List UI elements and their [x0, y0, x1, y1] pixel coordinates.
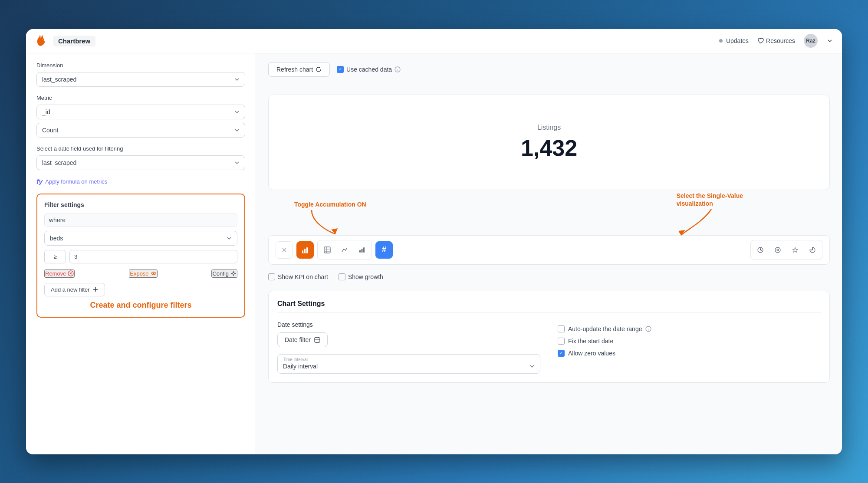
svg-rect-21 [315, 338, 320, 342]
svg-text:i: i [397, 68, 398, 72]
refresh-chart-button[interactable]: Refresh chart [268, 62, 330, 77]
dimension-group: Dimension last_scraped [36, 62, 245, 87]
time-interval-label: Time interval [278, 355, 540, 363]
viz-clock-button[interactable] [753, 242, 768, 258]
chart-settings-title: Chart Settings [277, 300, 821, 312]
date-field-group: Select a date field used for filtering l… [36, 145, 245, 170]
date-field-select[interactable]: last_scraped [36, 155, 245, 170]
main-content: Dimension last_scraped Metric _id Count … [26, 53, 842, 454]
clear-icon [281, 246, 288, 253]
viz-vertical-bar-button[interactable] [354, 242, 370, 258]
metric-group: Metric _id Count [36, 95, 245, 138]
select-single-value-label: Select the Single-Value visualization [677, 192, 743, 207]
date-filter-button[interactable]: Date filter [277, 332, 328, 347]
auto-update-checkbox [558, 325, 565, 332]
left-panel: Dimension last_scraped Metric _id Count … [26, 53, 256, 454]
eye-icon [151, 270, 157, 276]
updates-dot [719, 39, 723, 43]
viz-group-right [750, 240, 822, 260]
chevron-down-icon [529, 364, 535, 369]
logo-icon [35, 34, 49, 48]
viz-group-table [317, 240, 372, 260]
metric-label: Metric [36, 95, 245, 101]
viz-clear-button[interactable] [276, 241, 293, 259]
svg-rect-15 [359, 250, 361, 253]
svg-text:i: i [648, 328, 649, 332]
use-cache-toggle[interactable]: ✓ Use cached data i [337, 66, 401, 73]
dimension-select[interactable]: last_scraped [36, 72, 245, 87]
plus-icon [92, 286, 99, 292]
svg-point-19 [775, 247, 780, 253]
resources-link[interactable]: Resources [757, 37, 795, 44]
metric-id-select[interactable]: _id [36, 105, 245, 119]
viz-table-button[interactable] [319, 242, 335, 258]
allow-zero-checkbox: ✓ [558, 350, 565, 357]
svg-rect-8 [302, 250, 303, 253]
filter-settings-title: Filter settings [44, 201, 237, 208]
pie-icon [809, 246, 816, 253]
viz-star-button[interactable] [787, 242, 803, 258]
bar-chart-icon [301, 246, 309, 254]
time-interval-select[interactable]: Time interval Daily interval [277, 354, 540, 374]
top-bar: Chartbrew Updates Resources Raz [26, 29, 842, 53]
gauge-icon [774, 246, 781, 253]
expose-button[interactable]: Expose [129, 269, 157, 278]
viz-line-button[interactable] [337, 242, 352, 258]
time-interval-value: Daily interval [283, 363, 318, 370]
table-icon [324, 246, 331, 253]
show-growth-checkbox-box [339, 273, 345, 280]
viz-gauge-button[interactable] [770, 242, 786, 258]
star-icon [792, 246, 799, 253]
config-button[interactable]: Config [211, 269, 237, 278]
right-top-controls: Refresh chart ✓ Use cached data i [268, 62, 830, 84]
create-filters-label: Create and configure filters [44, 301, 237, 310]
top-bar-right: Updates Resources Raz [719, 34, 833, 48]
annotation-single-value: Select the Single-Value visualization [677, 192, 743, 240]
toggle-accumulation-label: Toggle Accumulation ON [294, 201, 366, 208]
gear-icon [230, 270, 237, 276]
chart-display: Listings 1,432 [268, 95, 830, 190]
viz-pie-button[interactable] [805, 242, 820, 258]
show-kpi-checkbox[interactable]: Show KPI on chart [268, 273, 328, 280]
viz-bar-chart-button[interactable] [296, 241, 314, 259]
svg-point-2 [153, 273, 154, 274]
chart-settings-section: Chart Settings Date settings Date filter [268, 291, 830, 383]
metric-count-select[interactable]: Count [36, 123, 245, 138]
auto-update-info-icon: i [645, 326, 651, 332]
user-avatar[interactable]: Raz [804, 34, 818, 48]
filter-value-input[interactable] [69, 250, 237, 263]
svg-rect-16 [362, 249, 363, 253]
viz-single-value-button[interactable]: # [375, 241, 393, 259]
add-filter-button[interactable]: Add a new filter [44, 283, 105, 296]
settings-row: Date settings Date filter Time interva [277, 321, 821, 374]
info-icon: i [395, 66, 401, 72]
updates-link[interactable]: Updates [719, 37, 749, 44]
auto-update-toggle[interactable]: Auto-update the date range i [558, 325, 821, 332]
annotation-toggle: Toggle Accumulation ON [294, 200, 366, 236]
show-growth-checkbox[interactable]: Show growth [339, 273, 383, 280]
svg-point-20 [777, 249, 779, 251]
calendar-icon [314, 337, 320, 343]
line-chart-icon [341, 246, 348, 253]
chart-display-title: Listings [537, 124, 561, 131]
chevron-down-icon[interactable] [826, 37, 833, 44]
right-settings-col: Auto-update the date range i Fix the sta… [558, 321, 821, 362]
filter-row [44, 250, 237, 263]
refresh-icon [316, 66, 322, 72]
remove-icon [68, 270, 74, 276]
filter-settings-box: Filter settings where beds Remove [36, 194, 245, 318]
svg-rect-17 [363, 247, 365, 253]
cache-checkbox[interactable]: ✓ [337, 66, 344, 73]
toggle-arrow [294, 210, 346, 236]
formula-link[interactable]: fy Apply formula on metrics [36, 178, 245, 186]
svg-rect-9 [304, 249, 306, 253]
logo-area: Chartbrew [35, 34, 95, 48]
filter-field-select[interactable]: beds [44, 231, 237, 246]
fix-start-toggle[interactable]: Fix the start date [558, 338, 821, 345]
app-window: Chartbrew Updates Resources Raz [26, 29, 842, 454]
filter-operator-input[interactable] [44, 250, 66, 263]
hash-icon: # [382, 245, 386, 254]
remove-filter-button[interactable]: Remove [44, 269, 75, 278]
date-settings-label: Date settings [277, 321, 540, 328]
allow-zero-toggle[interactable]: ✓ Allow zero values [558, 350, 821, 357]
